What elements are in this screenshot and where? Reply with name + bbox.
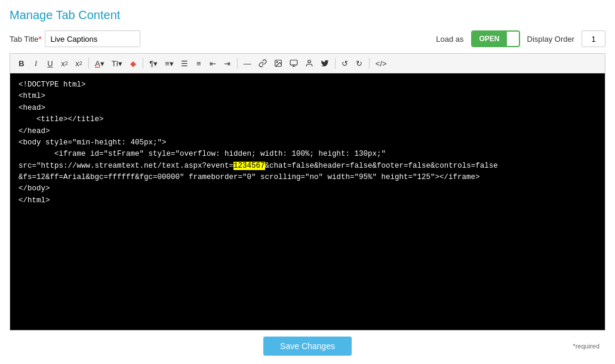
code-line-7: <iframe id="stFrame" style="overflow: hi… [19, 150, 386, 158]
underline-button[interactable]: U [44, 56, 57, 70]
video-button[interactable] [287, 56, 301, 70]
code-line-8-post: &chat=false&header=false&footer=false&co… [265, 162, 498, 170]
code-editor[interactable]: <!DOCTYPE html> <html> <head> <title></t… [10, 73, 605, 330]
unordered-list-button[interactable]: ☰ [178, 56, 191, 70]
toolbar-separator-4 [335, 58, 336, 69]
italic-button[interactable]: I [29, 56, 42, 70]
bold-button[interactable]: B [15, 56, 28, 70]
indent-left-button[interactable]: ⇤ [207, 56, 220, 70]
page-title: Manage Tab Content [10, 8, 605, 22]
code-line-9: &fs=12&ff=Arial&bgc=ffffff&fgc=00000" fr… [19, 173, 480, 181]
tab-title-label: Tab Title* [10, 35, 41, 44]
highlight-button[interactable]: ◆ [127, 56, 140, 70]
code-line-5: </head> [19, 127, 50, 135]
code-line-4: <title></title> [19, 115, 104, 124]
toolbar-separator-3 [237, 58, 238, 69]
code-line-2: <html> [19, 92, 45, 100]
top-bar-right: Load as OPEN Display Order [436, 30, 605, 47]
tab-title-input[interactable] [45, 30, 140, 47]
undo-button[interactable]: ↺ [339, 56, 352, 70]
source-button[interactable]: </> [373, 56, 390, 70]
toolbar-separator-5 [369, 58, 370, 69]
code-highlight: 1234567 [233, 162, 265, 170]
image-button[interactable] [271, 56, 285, 70]
toolbar: B I U x2 x2 A▾ TI▾ ◆ ¶▾ ≡▾ ☰ ≡ ⇤ ⇥ — [10, 54, 605, 73]
editor-container: B I U x2 x2 A▾ TI▾ ◆ ¶▾ ≡▾ ☰ ≡ ⇤ ⇥ — [10, 53, 605, 331]
svg-point-5 [308, 60, 310, 63]
code-line-10: </body> [19, 184, 50, 193]
save-changes-button[interactable]: Save Changes [263, 337, 352, 356]
code-line-8-pre: src="https://www.streamtext.net/text.asp… [19, 162, 233, 170]
indent-right-button[interactable]: ⇥ [221, 56, 234, 70]
superscript-button[interactable]: x2 [72, 56, 85, 70]
load-as-label: Load as [436, 35, 463, 44]
code-line-3: <head> [19, 104, 45, 112]
align-button[interactable]: ≡▾ [162, 56, 177, 70]
redo-button[interactable]: ↻ [353, 56, 366, 70]
top-bar: Tab Title* Load as OPEN Display Order [10, 30, 605, 47]
link-button[interactable] [256, 56, 270, 70]
code-line-1: <!DOCTYPE html> [19, 81, 86, 89]
toolbar-separator-2 [143, 58, 143, 69]
toggle-closed-option[interactable] [507, 32, 519, 46]
svg-rect-2 [290, 60, 297, 65]
ordered-list-button[interactable]: ≡ [192, 56, 205, 70]
toolbar-separator-1 [88, 58, 89, 69]
footer: Save Changes *required [10, 331, 605, 358]
required-note: *required [573, 343, 599, 350]
font-color-button[interactable]: A▾ [92, 56, 107, 70]
toggle-open-option[interactable]: OPEN [472, 32, 507, 46]
hr-button[interactable]: — [241, 56, 254, 70]
contact-button[interactable] [302, 56, 316, 70]
font-size-button[interactable]: TI▾ [109, 56, 126, 70]
required-star: * [38, 35, 41, 44]
open-closed-toggle[interactable]: OPEN [471, 30, 520, 47]
twitter-button[interactable] [318, 56, 332, 70]
display-order-label: Display Order [527, 35, 574, 44]
paragraph-button[interactable]: ¶▾ [146, 56, 161, 70]
svg-point-1 [276, 61, 278, 63]
display-order-input[interactable] [582, 30, 605, 47]
code-line-6: <body style="min-height: 405px;"> [19, 138, 167, 147]
subscript-button[interactable]: x2 [58, 56, 71, 70]
code-line-11: </html> [19, 196, 50, 205]
